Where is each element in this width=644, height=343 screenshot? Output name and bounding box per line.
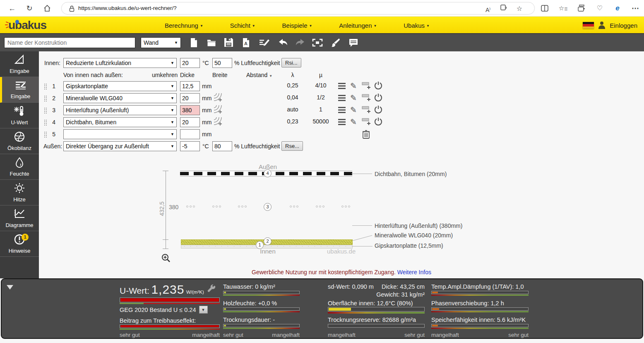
paintbrush-icon[interactable] [331, 38, 341, 48]
undo-icon[interactable] [278, 38, 288, 48]
read-aloud-icon[interactable]: A) [483, 4, 493, 13]
language-flag-german[interactable] [583, 22, 594, 29]
add-beams-icon[interactable] [213, 104, 222, 114]
ie-mode-icon[interactable]: e [612, 3, 623, 14]
rse-button[interactable]: Rse... [281, 141, 303, 151]
sidebar-item-diagramme[interactable]: Diagramme [0, 205, 39, 231]
rsi-button[interactable]: Rsi... [281, 58, 301, 68]
sidebar-item-hinweise[interactable]: Hinweise 1 [0, 231, 39, 257]
lock-icon[interactable] [69, 5, 74, 14]
notice-text: Gewerbliche Nutzung nur mit kostenpflich… [252, 269, 396, 275]
layer-thickness-input[interactable] [180, 93, 200, 103]
drag-handle[interactable] [44, 119, 47, 126]
sidebar-item-u-wert[interactable]: U-Wert [0, 103, 39, 128]
save-icon[interactable] [224, 38, 235, 48]
layer-details-icon[interactable] [338, 106, 347, 115]
wrench-icon[interactable] [207, 284, 216, 295]
collapse-panel-icon[interactable] [7, 285, 13, 290]
browser-essentials-icon[interactable]: ♡ [594, 3, 605, 14]
layer-material-select[interactable]: Dichtbahn, Bitumen▼ [63, 117, 177, 127]
layer-material-select[interactable]: Gipskartonplatte▼ [63, 81, 177, 91]
home-icon[interactable] [42, 3, 53, 14]
layer-thickness-input[interactable] [180, 129, 200, 139]
redo-icon[interactable] [295, 38, 305, 48]
layer-marker-4[interactable]: 4 [264, 169, 272, 177]
address-bar[interactable]: https://www.ubakus.de/u-wert-rechner/? A… [61, 2, 535, 14]
sidebar-item-oekobilanz[interactable]: Ökobilanz [0, 128, 39, 154]
construction-name-input[interactable] [4, 37, 135, 48]
drag-handle[interactable] [44, 131, 47, 138]
edit-layer-icon[interactable]: ✎ [350, 81, 359, 90]
nav-berechnung[interactable]: Berechnung▼ [165, 22, 203, 29]
aussen-temp-input[interactable] [180, 141, 200, 151]
add-beams-icon[interactable] [213, 116, 222, 126]
innen-surface-select[interactable]: Reduzierte Luftzirkulation▼ [63, 58, 177, 68]
collections-icon[interactable] [576, 3, 587, 14]
ubakus-logo[interactable]: ubakus [8, 19, 46, 32]
edit-notes-icon[interactable] [259, 38, 270, 48]
insert-layer-icon[interactable] [362, 117, 371, 126]
fullscreen-icon[interactable] [312, 38, 323, 48]
col-abstand[interactable]: Abstand ▼ [246, 72, 272, 78]
innen-temp-input[interactable] [180, 58, 200, 68]
edit-layer-icon[interactable]: ✎ [350, 117, 359, 126]
insert-layer-icon[interactable] [362, 105, 371, 114]
comment-icon[interactable] [348, 38, 359, 48]
sidebar-item-eingabe-schichten[interactable]: Eingabe [0, 77, 39, 103]
ghg-label: Beitrag zum Treibhauseffekt: [120, 317, 196, 324]
nav-beispiele[interactable]: Beispiele▼ [282, 22, 312, 29]
layer-thickness-input-warning[interactable] [180, 105, 200, 115]
drag-handle[interactable] [44, 107, 47, 114]
nav-anleitungen[interactable]: Anleitungen▼ [339, 22, 377, 29]
geg-select-button[interactable]: ▼ [199, 306, 208, 314]
open-folder-icon[interactable] [207, 38, 217, 48]
toggle-layer-icon[interactable] [374, 117, 383, 126]
nav-ubakus[interactable]: Ubakus▼ [404, 22, 430, 29]
edit-layer-icon[interactable]: ✎ [350, 105, 359, 114]
refresh-icon[interactable]: ↻ [24, 3, 35, 14]
split-screen-icon[interactable] [539, 3, 550, 14]
layer-thickness-input[interactable] [180, 81, 200, 91]
layer-material-select[interactable]: Mineralwolle WLG040▼ [63, 93, 177, 103]
sidebar-item-eingabe-geometrie[interactable]: Eingabe [0, 51, 39, 77]
browser-menu-icon[interactable]: ⋯ [630, 3, 641, 14]
url-text[interactable]: https://www.ubakus.de/u-wert-rechner/? [78, 5, 177, 11]
edit-layer-icon[interactable]: ✎ [350, 93, 359, 102]
insert-layer-icon[interactable] [362, 81, 371, 90]
toggle-layer-icon[interactable] [374, 105, 383, 114]
notice-link[interactable]: Weitere Infos [397, 269, 431, 275]
nav-schicht[interactable]: Schicht▼ [230, 22, 255, 29]
favorites-list-icon[interactable]: ☆☰ [557, 3, 568, 14]
sidebar-item-feuchte[interactable]: Feuchte [0, 154, 39, 180]
immersive-reader-icon[interactable] [499, 4, 509, 13]
layer-details-icon[interactable] [338, 118, 347, 127]
delete-layer-icon[interactable] [362, 130, 371, 139]
zoom-in-icon[interactable] [161, 253, 171, 265]
innen-humidity-input[interactable] [212, 58, 232, 68]
toggle-layer-icon[interactable] [374, 81, 383, 90]
aussen-surface-select[interactable]: Direkter Übergang zur Außenluft▼ [63, 141, 177, 151]
construction-type-select[interactable]: Wand▼ [141, 37, 181, 48]
pdf-export-icon[interactable]: A [242, 38, 252, 48]
trocknungsreserve-label: Trocknungsreserve: 82688 g/m²a [328, 316, 416, 323]
login-link[interactable]: Einloggen [610, 22, 637, 29]
layer-marker-2[interactable]: 2 [264, 237, 272, 245]
layer-thickness-input[interactable] [180, 117, 200, 127]
globe-icon [14, 131, 25, 144]
drag-handle[interactable] [44, 95, 47, 101]
layer-details-icon[interactable] [338, 82, 347, 91]
toggle-layer-icon[interactable] [374, 93, 383, 102]
reverse-link[interactable]: umkehren [152, 72, 178, 78]
aussen-humidity-input[interactable] [212, 141, 232, 151]
new-document-icon[interactable] [189, 38, 200, 48]
add-beams-icon[interactable] [213, 92, 222, 101]
layer-details-icon[interactable] [338, 94, 347, 103]
insert-layer-icon[interactable] [362, 93, 371, 102]
back-icon[interactable]: ← [7, 3, 17, 14]
layer-material-select[interactable]: ▼ [63, 129, 177, 139]
favorite-star-icon[interactable]: ☆ [514, 4, 524, 13]
sidebar-item-hitze[interactable]: Hitze [0, 180, 39, 205]
drag-handle[interactable] [44, 83, 47, 89]
layer-material-select[interactable]: Hinterlüftung (Außenluft)▼ [63, 105, 177, 115]
layer-marker-3[interactable]: 3 [264, 203, 272, 211]
